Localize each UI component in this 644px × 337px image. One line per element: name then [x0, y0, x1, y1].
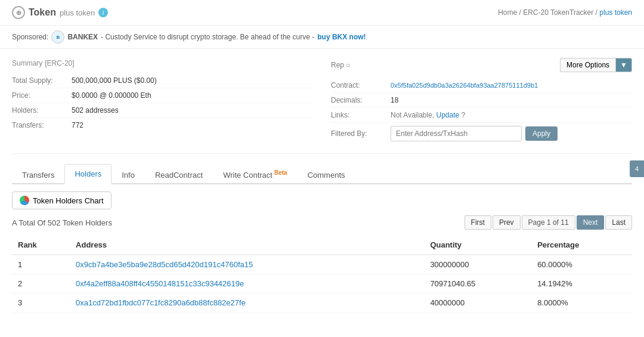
- apply-button[interactable]: Apply: [525, 126, 558, 141]
- first-button[interactable]: First: [465, 215, 491, 230]
- logo-token: Token: [29, 7, 56, 18]
- pie-icon: [20, 196, 29, 205]
- more-options-btn: More Options ▼: [560, 58, 632, 72]
- links-not-available: Not Available,: [391, 111, 434, 119]
- col-header-2: Quantity: [424, 236, 531, 255]
- rank-cell-2: 3: [12, 293, 70, 313]
- quantity-cell-2: 40000000: [424, 293, 531, 313]
- address-link-0[interactable]: 0x9cb7a4be3e5ba9e28d5cd65d420d191c4760fa…: [76, 260, 253, 269]
- contract-link[interactable]: 0x5f5fa025d9db0a3a26264bfa93aa27875111d9…: [391, 82, 538, 89]
- more-options-main-button[interactable]: More Options: [560, 58, 615, 72]
- sponsor-name: BANKEX: [67, 33, 98, 41]
- summary-row-1: Price: $0.0000 @ 0.000000 Eth: [12, 88, 313, 103]
- links-update-link[interactable]: Update: [436, 111, 460, 119]
- tab-info[interactable]: Info: [112, 165, 145, 184]
- more-options-arrow-button[interactable]: ▼: [615, 58, 632, 72]
- col-header-1: Address: [70, 236, 424, 255]
- links-value: Not Available, Update ?: [391, 111, 465, 119]
- sponsor-text: - Custody Service to disrupt crypto stor…: [101, 33, 314, 41]
- contract-value: 0x5f5fa025d9db0a3a26264bfa93aa27875111d9…: [391, 81, 538, 89]
- holders-header: A Total Of 502 Token Holders First Prev …: [12, 215, 632, 230]
- links-suffix: ?: [462, 111, 466, 119]
- filter-row: Apply: [391, 126, 558, 141]
- holders-count: A Total Of 502 Token Holders: [12, 218, 112, 227]
- holders-table: RankAddressQuantityPercentage 1 0x9cb7a4…: [12, 236, 632, 313]
- filter-input[interactable]: [391, 126, 522, 141]
- decimals-value: 18: [391, 96, 398, 104]
- summary-label-3: Transfers:: [12, 121, 72, 129]
- logo-plus: plus token: [60, 8, 95, 17]
- summary-value-0: 500,000,000 PLUS ($0.00): [72, 76, 157, 85]
- prev-button[interactable]: Prev: [493, 215, 521, 230]
- tab-holders[interactable]: Holders: [64, 164, 112, 184]
- tabs-bar: TransfersHoldersInfoReadContractWrite Co…: [12, 163, 632, 184]
- percentage-cell-1: 14.1942%: [531, 274, 632, 293]
- breadcrumb: Home / ERC-20 TokenTracker / plus token: [498, 8, 632, 17]
- page-info: Page 1 of 11: [522, 215, 575, 230]
- summary-value-2: 502 addresses: [72, 106, 119, 115]
- logo-area: ⊕ Token plus token i: [12, 6, 108, 19]
- contract-row: Contract: 0x5f5fa025d9db0a3a26264bfa93aa…: [331, 78, 632, 93]
- rep-label: Rep ○: [331, 61, 351, 69]
- table-row: 2 0xf4a2eff88a408ff4c4550148151c33c93442…: [12, 274, 632, 293]
- main-content: Summary [ERC-20] Total Supply: 500,000,0…: [0, 49, 644, 321]
- tab-read-contract[interactable]: ReadContract: [145, 165, 213, 184]
- tab-comments[interactable]: Comments: [298, 165, 355, 184]
- pagination: First Prev Page 1 of 11 Next Last: [465, 215, 632, 230]
- table-body: 1 0x9cb7a4be3e5ba9e28d5cd65d420d191c4760…: [12, 255, 632, 313]
- table-header: RankAddressQuantityPercentage: [12, 236, 632, 255]
- last-button[interactable]: Last: [605, 215, 632, 230]
- summary-row-2: Holders: 502 addresses: [12, 103, 313, 118]
- sponsored-bar: Sponsored: B BANKEX - Custody Service to…: [0, 26, 644, 49]
- summary-rows: Total Supply: 500,000,000 PLUS ($0.00) P…: [12, 73, 313, 132]
- rank-cell-1: 2: [12, 274, 70, 293]
- tab-beta-write-contract: Beta: [274, 169, 287, 176]
- decimals-row: Decimals: 18: [331, 93, 632, 108]
- links-label: Links:: [331, 111, 391, 119]
- breadcrumb-erc20[interactable]: ERC-20 TokenTracker: [523, 8, 593, 17]
- contract-label: Contract:: [331, 81, 391, 89]
- summary-value-1: $0.0000 @ 0.000000 Eth: [72, 91, 151, 100]
- summary-row-0: Total Supply: 500,000,000 PLUS ($0.00): [12, 73, 313, 88]
- next-button[interactable]: Next: [577, 215, 605, 230]
- sponsored-logo: B: [51, 30, 64, 44]
- address-cell-0: 0x9cb7a4be3e5ba9e28d5cd65d420d191c4760fa…: [70, 255, 424, 274]
- summary-right: Rep ○ More Options ▼ Contract: 0x5f5fa02…: [331, 58, 632, 144]
- right-header: Rep ○ More Options ▼: [331, 58, 632, 72]
- links-row: Links: Not Available, Update ?: [331, 108, 632, 123]
- chart-button[interactable]: Token Holders Chart: [12, 191, 112, 209]
- sponsored-label: Sponsored:: [12, 33, 48, 41]
- logo-icon: ⊕: [12, 6, 25, 19]
- decimals-label: Decimals:: [331, 96, 391, 104]
- filtered-by-label: Filtered By:: [331, 129, 391, 138]
- table-row: 1 0x9cb7a4be3e5ba9e28d5cd65d420d191c4760…: [12, 255, 632, 274]
- address-cell-1: 0xf4a2eff88a408ff4c4550148151c33c9344261…: [70, 274, 424, 293]
- quantity-cell-1: 70971040.65: [424, 274, 531, 293]
- breadcrumb-sep2: /: [596, 8, 597, 17]
- breadcrumb-home[interactable]: Home: [498, 8, 517, 17]
- sponsor-link[interactable]: buy BKX now!: [317, 33, 366, 41]
- tab-transfers[interactable]: Transfers: [12, 165, 64, 184]
- address-link-2[interactable]: 0xa1cd72bd1fbdc077c1fc8290a6db88fc882e27…: [76, 298, 246, 307]
- address-link-1[interactable]: 0xf4a2eff88a408ff4c4550148151c33c9344261…: [76, 279, 244, 288]
- top-header: ⊕ Token plus token i Home / ERC-20 Token…: [0, 0, 644, 26]
- scroll-tab[interactable]: 4: [630, 160, 644, 177]
- chart-button-label: Token Holders Chart: [33, 196, 104, 205]
- address-cell-2: 0xa1cd72bd1fbdc077c1fc8290a6db88fc882e27…: [70, 293, 424, 313]
- summary-value-3: 772: [72, 121, 83, 129]
- tab-write-contract[interactable]: Write ContractBeta: [213, 164, 298, 184]
- summary-label-1: Price:: [12, 91, 72, 100]
- percentage-cell-0: 60.0000%: [531, 255, 632, 274]
- info-icon[interactable]: i: [98, 8, 108, 17]
- breadcrumb-current: plus token: [599, 8, 632, 17]
- quantity-cell-0: 300000000: [424, 255, 531, 274]
- summary-grid: Summary [ERC-20] Total Supply: 500,000,0…: [12, 58, 632, 154]
- percentage-cell-2: 8.0000%: [531, 293, 632, 313]
- rank-cell-0: 1: [12, 255, 70, 274]
- filtered-by-row: Filtered By: Apply: [331, 123, 632, 144]
- summary-title: Summary [ERC-20]: [12, 58, 313, 67]
- summary-row-3: Transfers: 772: [12, 118, 313, 132]
- summary-label-0: Total Supply:: [12, 76, 72, 85]
- col-header-0: Rank: [12, 236, 70, 255]
- breadcrumb-sep1: /: [519, 8, 521, 17]
